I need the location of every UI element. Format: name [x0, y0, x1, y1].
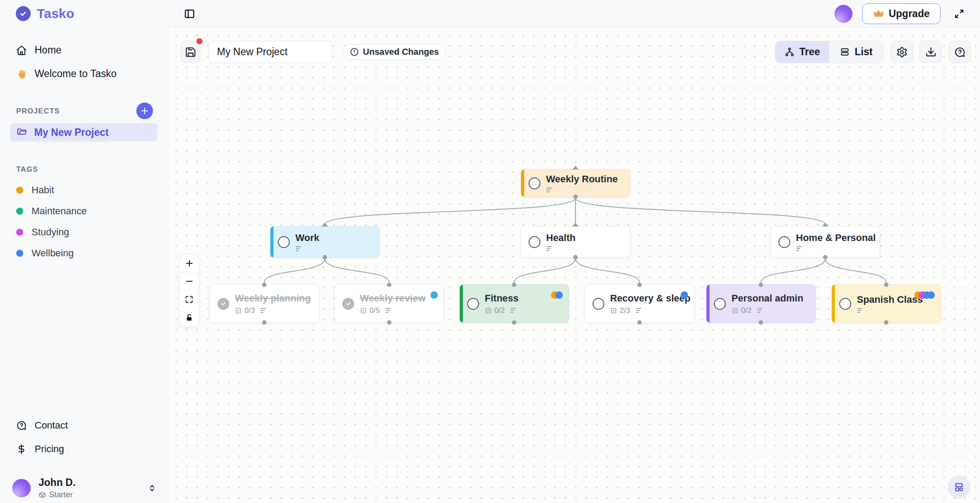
- home-icon: [16, 45, 27, 56]
- task-node-fitness[interactable]: Fitness 0/2: [459, 284, 569, 323]
- sidebar-tag-studying[interactable]: Studying: [16, 227, 69, 238]
- user-menu[interactable]: John D. Starter: [12, 477, 157, 499]
- upgrade-button[interactable]: Upgrade: [862, 4, 941, 24]
- tag-label: Wellbeing: [32, 248, 74, 259]
- sidebar-item-welcome[interactable]: Welcome to Tasko: [16, 68, 117, 80]
- node-handle-top[interactable]: [572, 223, 579, 227]
- checklist-icon: [360, 307, 367, 314]
- notes-icon: [757, 308, 764, 313]
- notes-icon: [796, 246, 803, 252]
- task-node-weekly-planning[interactable]: Weekly planning 0/3: [209, 284, 319, 323]
- fit-view-button[interactable]: [180, 290, 199, 308]
- node-title: Health: [546, 232, 575, 244]
- sidebar: Tasko Home Welcome to Tasko PROJECTS My …: [0, 0, 168, 503]
- task-node-weekly-review[interactable]: Weekly review 0/5: [334, 284, 444, 323]
- header-bar: Upgrade: [168, 0, 980, 28]
- task-checkbox-checked[interactable]: [342, 298, 354, 310]
- task-checkbox[interactable]: [839, 298, 851, 310]
- task-node-spanish-class[interactable]: Spanish Class: [831, 284, 941, 323]
- notes-icon: [546, 246, 554, 252]
- sidebar-item-label: Home: [35, 44, 61, 56]
- tree-canvas[interactable]: Unsaved Changes Tree List: [168, 28, 980, 503]
- task-node-health[interactable]: Health: [521, 226, 630, 258]
- app-logo[interactable]: Tasko: [16, 6, 74, 21]
- task-checkbox[interactable]: [467, 298, 479, 310]
- sidebar-item-label: Contact: [35, 420, 68, 431]
- node-title: Weekly review: [360, 293, 426, 304]
- sidebar-tag-wellbeing[interactable]: Wellbeing: [16, 248, 74, 259]
- chat-question-icon: [16, 420, 27, 431]
- settings-button[interactable]: [891, 41, 913, 63]
- layout-panels-button[interactable]: [948, 476, 970, 499]
- sidebar-toggle-button[interactable]: [181, 5, 198, 22]
- user-name: John D.: [39, 477, 75, 489]
- sidebar-item-my-new-project[interactable]: My New Project: [10, 123, 157, 142]
- unsaved-changes-badge: Unsaved Changes: [342, 44, 446, 60]
- download-button[interactable]: [920, 41, 942, 63]
- notes-icon: [510, 308, 518, 313]
- tags-heading: TAGS: [16, 165, 38, 174]
- tree-view-icon: [785, 47, 795, 57]
- task-checkbox-checked[interactable]: [217, 298, 229, 310]
- add-project-button[interactable]: [136, 103, 153, 119]
- task-node-recovery-sleep[interactable]: Recovery & sleep 2/3: [585, 284, 694, 323]
- tag-color-dot: [16, 187, 23, 194]
- lock-toggle-button[interactable]: [180, 308, 199, 326]
- checklist-icon: [485, 307, 492, 314]
- node-handle-top[interactable]: [822, 223, 828, 227]
- user-info: John D. Starter: [39, 477, 75, 499]
- notes-icon: [636, 308, 643, 313]
- task-node-personal-admin[interactable]: Personal admin 0/2: [706, 284, 816, 323]
- sidebar-item-contact[interactable]: Contact: [16, 420, 68, 431]
- checklist-icon: [731, 307, 739, 314]
- task-node-home-personal[interactable]: Home & Personal: [771, 226, 880, 258]
- node-body: Weekly Routine: [546, 174, 618, 193]
- node-handle-top[interactable]: [572, 166, 579, 170]
- zoom-in-button[interactable]: [180, 255, 199, 273]
- task-checkbox[interactable]: [593, 298, 604, 310]
- notes-icon: [260, 308, 268, 313]
- tag-label: Studying: [32, 227, 69, 238]
- sidebar-item-label: Welcome to Tasko: [35, 68, 117, 80]
- tab-label: List: [855, 46, 873, 58]
- task-checkbox[interactable]: [778, 236, 790, 248]
- notes-icon: [385, 308, 393, 313]
- task-checkbox[interactable]: [529, 236, 540, 248]
- checklist-icon: [235, 307, 242, 314]
- unsaved-alert-dot: [196, 38, 202, 44]
- sidebar-item-home[interactable]: Home: [16, 44, 61, 56]
- task-checkbox[interactable]: [278, 236, 290, 248]
- tab-tree-view[interactable]: Tree: [775, 41, 829, 63]
- node-title: Fitness: [485, 293, 518, 304]
- view-toggle: Tree List: [775, 41, 884, 63]
- node-title: Weekly Routine: [546, 174, 618, 185]
- task-node-work[interactable]: Work: [270, 226, 380, 258]
- tag-label: Maintenance: [32, 205, 87, 217]
- node-handle-top[interactable]: [322, 223, 328, 227]
- header-avatar[interactable]: [834, 5, 852, 23]
- node-title: Work: [295, 232, 320, 244]
- projects-heading: PROJECTS: [16, 107, 60, 116]
- node-tag-dots: [917, 291, 935, 299]
- sidebar-tag-maintenance[interactable]: Maintenance: [16, 205, 87, 217]
- tag-color-dot: [16, 250, 23, 257]
- sidebar-tag-habit[interactable]: Habit: [16, 184, 54, 196]
- save-button[interactable]: [181, 41, 200, 63]
- unsaved-changes-label: Unsaved Changes: [363, 47, 439, 57]
- task-checkbox[interactable]: [714, 298, 726, 310]
- notes-icon: [546, 187, 554, 193]
- tab-list-view[interactable]: List: [829, 41, 883, 63]
- sidebar-item-pricing[interactable]: Pricing: [16, 443, 64, 455]
- checklist-count: 2/3: [610, 306, 630, 315]
- project-name-input[interactable]: [209, 41, 332, 63]
- project-label: My New Project: [34, 127, 109, 138]
- help-button[interactable]: [948, 41, 971, 63]
- notes-icon: [857, 308, 864, 313]
- expand-icon[interactable]: [950, 5, 968, 22]
- task-checkbox[interactable]: [529, 177, 540, 189]
- zoom-out-button[interactable]: [180, 273, 199, 290]
- task-node-weekly-routine[interactable]: Weekly Routine: [521, 169, 630, 197]
- tag-label: Habit: [32, 184, 54, 196]
- node-tag-dots: [554, 291, 563, 299]
- folder-open-icon: [17, 127, 28, 138]
